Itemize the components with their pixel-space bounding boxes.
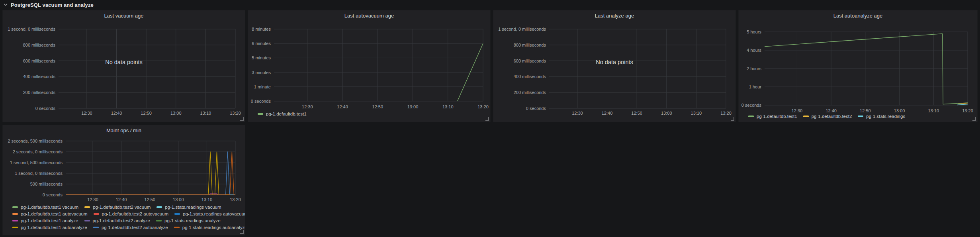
legend-series-color-icon [84,220,90,221]
panel-title[interactable]: Last autovacuum age [248,13,490,19]
x-tick-label: 12:30 [787,108,807,113]
legend-item[interactable]: pg-1.defaultdb.test2 autovacuum [94,212,169,216]
panel-title[interactable]: Last vacuum age [3,13,245,19]
panel-last-autovacuum-age: Last autovacuum age 8 minutes6 minutes5 … [248,10,491,122]
legend-item[interactable]: pg-1.stats.readings analyze [156,218,221,223]
legend-series-color-icon [12,220,18,221]
chevron-down-icon[interactable] [3,2,8,7]
x-tick-label: 12:30 [83,197,103,202]
dashboard-row-title[interactable]: PostgreSQL vacuum and analyze [11,2,94,8]
legend-item[interactable]: pg-1.defaultdb.test1 [258,112,307,116]
panel-resize-handle[interactable] [485,117,489,121]
x-tick-label: 12:50 [368,104,387,109]
legend-item[interactable]: pg-1.stats.readings [858,114,905,119]
legend-row: pg-1.defaultdb.test1pg-1.defaultdb.test2… [748,114,905,119]
legend-series-label[interactable]: pg-1.stats.readings autoanalyze [182,225,245,230]
series-line [957,104,968,105]
legend-item[interactable]: pg-1.defaultdb.test1 [748,114,797,119]
legend-series-color-icon [858,116,863,117]
y-tick-label: 1 second, 0 milliseconds [3,171,63,176]
legend-series-color-icon [174,213,180,215]
legend-series-label[interactable]: pg-1.stats.readings vacuum [165,205,221,210]
legend-item[interactable]: pg-1.defaultdb.test2 vacuum [84,205,151,210]
legend-series-label[interactable]: pg-1.defaultdb.test2 vacuum [93,205,151,210]
x-tick-label: 12:50 [627,111,647,116]
legend-row: pg-1.defaultdb.test1 analyzepg-1.default… [12,218,221,223]
legend-series-color-icon [12,213,18,215]
x-tick-label: 13:20 [958,108,978,113]
legend-series-label[interactable]: pg-1.defaultdb.test2 [812,114,852,119]
legend-item[interactable]: pg-1.defaultdb.test1 vacuum [12,205,78,210]
legend-item[interactable]: pg-1.defaultdb.test1 analyze [12,218,78,223]
y-tick-label: 800 milliseconds [493,43,546,48]
y-tick-label: 800 milliseconds [3,43,55,48]
chart-canvas[interactable] [59,29,235,108]
chart-canvas[interactable] [66,141,235,195]
legend-series-label[interactable]: pg-1.stats.readings analyze [164,218,221,223]
legend-series-color-icon [748,116,754,117]
panel-resize-handle[interactable] [731,117,734,121]
legend-item[interactable]: pg-1.defaultdb.test2 analyze [84,218,151,223]
legend-series-color-icon [93,227,99,228]
x-tick-label: 13:20 [473,104,491,109]
legend-series-color-icon [156,220,162,221]
x-tick-label: 13:10 [923,108,943,113]
panel-resize-handle[interactable] [240,230,244,234]
no-data-message: No data points [3,59,245,65]
x-tick-label: 13:00 [403,104,423,109]
legend-series-label[interactable]: pg-1.defaultdb.test1 [266,112,307,116]
y-tick-label: 1 minute [248,84,271,90]
legend-series-color-icon [156,206,162,208]
x-tick-label: 13:10 [196,111,215,116]
chart-canvas[interactable] [765,32,968,105]
panel-title[interactable]: Last analyze age [493,13,735,19]
y-tick-label: 4 hours [739,48,761,53]
legend-item[interactable]: pg-1.defaultdb.test2 [803,114,852,119]
legend-series-color-icon [174,227,180,228]
legend-series-label[interactable]: pg-1.defaultdb.test1 vacuum [21,205,78,210]
y-tick-label: 500 milliseconds [3,182,63,187]
dashboard-row-toggle[interactable]: PostgreSQL vacuum and analyze [3,1,94,9]
y-tick-label: 5 hours [739,29,761,35]
x-tick-label: 13:20 [225,197,245,202]
legend-series-label[interactable]: pg-1.defaultdb.test2 analyze [93,218,151,223]
y-tick-label: 200 milliseconds [493,90,546,95]
x-tick-label: 13:00 [657,111,677,116]
panel-maint-ops-per-min: Maint ops / min 2 seconds, 500 milliseco… [2,125,245,235]
panel-last-analyze-age: Last analyze age 1 second, 0 millisecond… [493,10,736,122]
legend-series-label[interactable]: pg-1.stats.readings [866,114,905,119]
x-tick-label: 12:40 [107,111,127,116]
legend-item[interactable]: pg-1.stats.readings autovacuum [174,212,245,216]
y-tick-label: 1 second, 0 milliseconds [3,27,55,32]
legend-item[interactable]: pg-1.stats.readings vacuum [156,205,221,210]
legend-series-label[interactable]: pg-1.defaultdb.test1 analyze [21,218,78,223]
x-tick-label: 12:40 [333,104,352,109]
y-tick-label: 400 milliseconds [493,74,546,79]
legend-row: pg-1.defaultdb.test1 autovacuumpg-1.defa… [12,212,245,216]
legend-series-label[interactable]: pg-1.defaultdb.test2 autovacuum [102,212,169,216]
legend-series-color-icon [258,113,263,115]
legend-series-label[interactable]: pg-1.defaultdb.test1 autovacuum [21,212,88,216]
chart-canvas[interactable] [274,29,483,101]
legend-item[interactable]: pg-1.defaultdb.test1 autoanalyze [12,225,87,230]
y-tick-label: 1 hour [739,84,761,90]
legend-item[interactable]: pg-1.defaultdb.test2 autoanalyze [93,225,168,230]
legend-series-label[interactable]: pg-1.defaultdb.test1 autoanalyze [21,225,87,230]
chart-canvas[interactable] [549,29,726,108]
legend-series-label[interactable]: pg-1.defaultdb.test2 autoanalyze [102,225,168,230]
panel-title[interactable]: Last autoanalyze age [739,13,977,19]
legend-item[interactable]: pg-1.defaultdb.test1 autovacuum [12,212,88,216]
panel-title[interactable]: Maint ops / min [3,127,245,133]
x-tick-label: 13:00 [890,108,910,113]
grafana-dashboard: { "header": { "title": "PostgreSQL vacuu… [0,0,980,237]
panel-last-vacuum-age: Last vacuum age 1 second, 0 milliseconds… [2,10,245,122]
y-tick-label: 5 minutes [248,55,271,61]
x-tick-label: 13:10 [438,104,458,109]
panel-resize-handle[interactable] [972,117,976,121]
legend-series-label[interactable]: pg-1.stats.readings autovacuum [183,212,245,216]
legend-series-label[interactable]: pg-1.defaultdb.test1 [757,114,797,119]
x-tick-label: 12:40 [597,111,617,116]
legend-item[interactable]: pg-1.stats.readings autoanalyze [174,225,245,230]
x-tick-label: 12:50 [136,111,156,116]
panel-resize-handle[interactable] [240,117,244,121]
